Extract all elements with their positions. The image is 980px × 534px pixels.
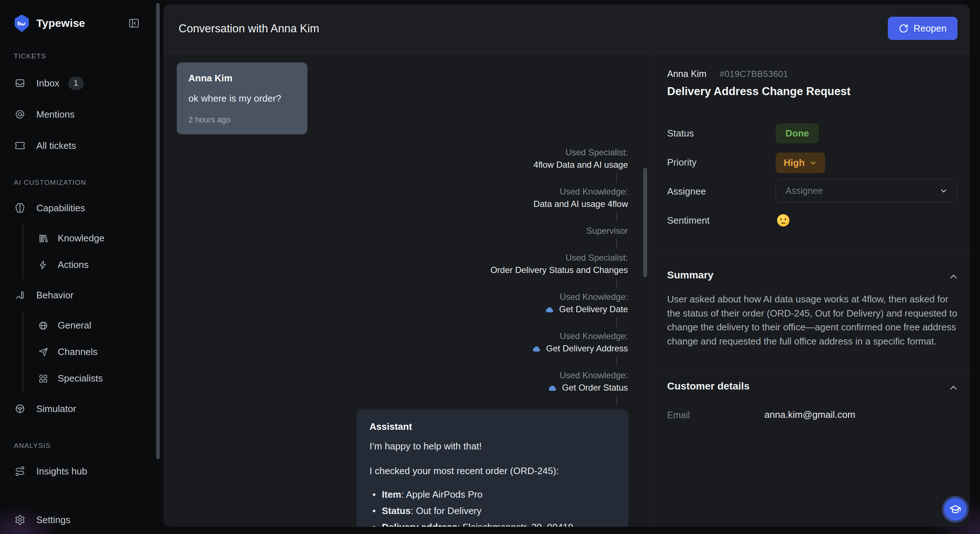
collapse-sidebar-button[interactable]	[126, 15, 142, 32]
assignee-label: Assignee	[667, 186, 706, 197]
chevron-up-icon[interactable]	[948, 382, 959, 393]
brand-name: Typewise	[36, 17, 85, 29]
event-connector	[616, 357, 617, 366]
list-item: Status: Out for Delivery	[369, 505, 615, 517]
sidebar-item-simulator[interactable]: Simulator	[0, 393, 163, 424]
page-title: Conversation with Anna Kim	[178, 22, 320, 35]
assistant-paragraph: I checked your most recent order (ORD-24…	[369, 465, 615, 477]
assignee-select[interactable]: Assignee	[776, 179, 957, 202]
sidebar-item-label: Knowledge	[58, 233, 105, 244]
customer-details-heading: Customer details	[667, 380, 749, 392]
sidebar: Typewise TICKETS Inbox 1 Mentions	[0, 0, 163, 534]
ticket-id: #019C7BB53601	[719, 69, 788, 80]
reopen-label: Reopen	[913, 23, 947, 34]
section-label-ai-customization: AI CUSTOMIZATION	[14, 179, 163, 187]
paper-plane-icon	[38, 347, 48, 357]
chevron-down-icon	[809, 159, 817, 167]
email-label: Email	[667, 410, 690, 420]
ticket-details-panel: Anna Kim #019C7BB53601 Delivery Address …	[650, 53, 970, 527]
sidebar-item-all-tickets[interactable]: All tickets	[0, 130, 163, 161]
ticket-meta: Anna Kim #019C7BB53601	[667, 68, 788, 80]
sidebar-item-behavior[interactable]: Behavior	[0, 279, 163, 311]
inbox-count-badge: 1	[68, 77, 84, 90]
event-used-specialist: Used Specialist: Order Delivery Status a…	[490, 252, 628, 276]
sidebar-item-actions[interactable]: Actions	[23, 252, 163, 278]
sidebar-item-label: All tickets	[36, 140, 76, 151]
ticket-title: Delivery Address Change Request	[667, 85, 850, 98]
assignee-placeholder: Assignee	[786, 185, 939, 196]
section-divider	[650, 252, 970, 253]
sidebar-item-knowledge[interactable]: Knowledge	[23, 225, 163, 252]
event-used-specialist: Used Specialist: 4flow Data and AI usage	[533, 146, 628, 171]
summary-heading: Summary	[667, 269, 714, 281]
globe-icon	[38, 320, 48, 331]
sidebar-item-specialists[interactable]: Specialists	[23, 365, 163, 392]
sidebar-item-capabilities[interactable]: Capabilities	[0, 192, 163, 224]
sidebar-header: Typewise	[0, 0, 163, 32]
summary-text: User asked about how AI data usage works…	[667, 292, 962, 348]
sidebar-item-inbox[interactable]: Inbox 1	[0, 67, 163, 99]
event-connector	[616, 279, 617, 288]
salesforce-cloud-icon	[545, 306, 555, 313]
message-timestamp: 2 hours ago	[188, 115, 296, 125]
sidebar-footer: Settings	[0, 504, 156, 534]
list-item: Item: Apple AirPods Pro	[369, 488, 615, 501]
sidebar-item-label: Capabilities	[36, 202, 85, 214]
priority-label: Priority	[667, 157, 697, 168]
assistant-message-bubble: Assistant I’m happy to help with that! I…	[356, 410, 628, 527]
sidebar-item-label: Insights hub	[36, 466, 87, 477]
refresh-icon	[899, 24, 908, 33]
ai-event-log: Used Specialist: 4flow Data and AI usage…	[490, 146, 628, 408]
sidebar-item-channels[interactable]: Channels	[23, 339, 163, 365]
sidebar-item-label: Behavior	[36, 290, 74, 301]
inbox-icon	[14, 78, 25, 89]
chevron-up-icon[interactable]	[948, 271, 959, 282]
message-author: Assistant	[369, 420, 615, 433]
panel-collapse-icon	[128, 18, 140, 29]
route-icon	[14, 466, 25, 477]
sentiment-label: Sentiment	[667, 215, 710, 226]
message-text: ok where is my order?	[188, 92, 296, 105]
sidebar-item-settings[interactable]: Settings	[0, 504, 156, 534]
order-details-list: Item: Apple AirPods Pro Status: Out for …	[369, 488, 615, 527]
gear-icon	[14, 514, 25, 525]
capabilities-subgroup: Knowledge Actions	[22, 224, 163, 279]
chevron-down-icon	[939, 187, 948, 195]
signature-icon	[14, 290, 25, 301]
event-used-knowledge: Used Knowledge: Get Delivery Date	[545, 291, 628, 316]
sidebar-item-label: Channels	[58, 346, 98, 357]
brain-icon	[14, 202, 25, 214]
list-item: Delivery address: Fleischmannstr. 20, 90…	[369, 521, 615, 527]
sidebar-item-general[interactable]: General	[23, 312, 163, 339]
sidebar-item-mentions[interactable]: Mentions	[0, 99, 163, 130]
salesforce-cloud-icon	[548, 384, 557, 392]
priority-dropdown[interactable]: High	[776, 153, 825, 173]
sidebar-item-label: Specialists	[58, 373, 103, 384]
chat-scrollbar[interactable]	[643, 168, 647, 277]
event-used-knowledge: Used Knowledge: Get Delivery Address	[532, 330, 628, 355]
reopen-button[interactable]: Reopen	[888, 17, 958, 40]
status-label: Status	[667, 128, 694, 139]
email-value: anna.kim@gmail.com	[764, 409, 855, 420]
assistant-paragraph: I’m happy to help with that!	[369, 440, 615, 452]
section-divider	[650, 370, 970, 370]
section-label-analysis: ANALYSIS	[14, 442, 163, 450]
chat-area: Anna Kim ok where is my order? 2 hours a…	[163, 53, 650, 527]
customer-message-bubble: Anna Kim ok where is my order? 2 hours a…	[177, 62, 307, 134]
sidebar-item-insights-hub[interactable]: Insights hub	[0, 456, 163, 487]
sidebar-item-label: General	[58, 320, 91, 331]
event-connector	[616, 239, 617, 249]
books-icon	[38, 233, 48, 244]
conversation-header: Conversation with Anna Kim Reopen	[163, 4, 970, 53]
shapes-grid-icon	[38, 373, 48, 384]
event-supervisor: Supervisor	[586, 225, 628, 237]
sidebar-item-label: Inbox	[36, 78, 59, 89]
status-badge[interactable]: Done	[776, 123, 819, 143]
event-connector	[616, 396, 617, 405]
ticket-icon	[14, 140, 25, 151]
sidebar-item-label: Settings	[36, 514, 70, 526]
sidebar-item-label: Actions	[58, 259, 89, 271]
learning-fab-button[interactable]	[944, 498, 967, 521]
sidebar-scrollbar[interactable]	[156, 3, 160, 459]
section-label-tickets: TICKETS	[14, 52, 163, 60]
